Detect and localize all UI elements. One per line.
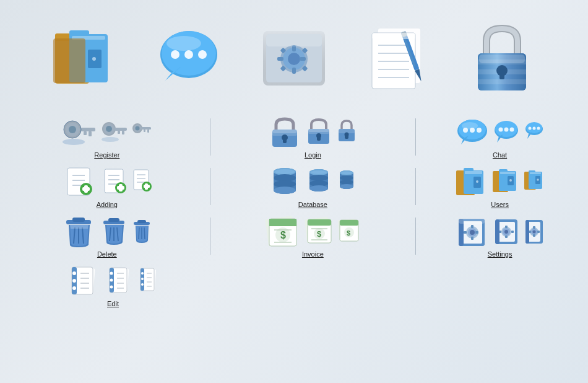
svg-rect-64 <box>122 131 124 134</box>
invoice-label[interactable]: Invoice <box>302 250 324 258</box>
row-adding-database-users: Adding <box>22 165 566 208</box>
svg-point-92 <box>477 128 482 133</box>
svg-point-272 <box>141 278 144 280</box>
svg-rect-63 <box>115 128 127 131</box>
svg-rect-65 <box>118 131 120 134</box>
svg-point-144 <box>309 185 328 192</box>
delete-label[interactable]: Delete <box>97 250 117 258</box>
svg-rect-86 <box>345 134 348 139</box>
svg-rect-70 <box>141 127 151 130</box>
trash-small-icon <box>130 217 153 245</box>
svg-rect-234 <box>495 219 499 244</box>
svg-rect-43 <box>372 33 415 39</box>
key-large-icon <box>61 115 98 149</box>
settings-label[interactable]: Settings <box>488 250 512 258</box>
svg-point-239 <box>532 231 535 234</box>
svg-line-187 <box>139 227 139 239</box>
svg-rect-113 <box>82 187 90 191</box>
users-large-icon <box>43 19 129 99</box>
trash-medium-icon <box>99 216 129 247</box>
svg-rect-181 <box>108 218 119 222</box>
svg-rect-24 <box>277 57 283 61</box>
svg-rect-224 <box>459 219 485 224</box>
svg-point-66 <box>102 137 119 142</box>
database-medium-icon <box>304 166 334 197</box>
svg-rect-243 <box>537 231 540 233</box>
key-small-icon <box>130 118 153 146</box>
svg-point-104 <box>537 127 540 130</box>
svg-rect-186 <box>137 220 146 223</box>
svg-point-10 <box>166 36 201 51</box>
login-label[interactable]: Login <box>305 151 321 159</box>
folders-small-icon <box>522 168 546 196</box>
padlock-small-icon <box>335 118 358 146</box>
svg-rect-158 <box>465 171 482 174</box>
notes-large-icon <box>355 19 441 99</box>
separator-2 <box>415 118 416 156</box>
settings-book-medium-icon <box>491 217 521 247</box>
svg-point-261 <box>110 279 113 282</box>
padlock-medium-icon <box>304 117 334 147</box>
edit-notepad-medium-icon <box>105 265 136 296</box>
register-label[interactable]: Register <box>94 151 119 159</box>
svg-point-260 <box>110 272 113 275</box>
svg-point-153 <box>341 172 352 175</box>
svg-text:$: $ <box>280 230 286 240</box>
padlock-large-icon <box>267 115 303 149</box>
svg-rect-30 <box>266 34 322 46</box>
svg-point-137 <box>275 169 295 174</box>
row-register-login-chat: Register <box>22 115 566 159</box>
svg-point-69 <box>135 126 139 130</box>
svg-rect-220 <box>471 237 473 240</box>
svg-point-13 <box>198 50 207 59</box>
svg-point-54 <box>69 126 76 133</box>
svg-point-12 <box>184 50 193 59</box>
large-icons-row <box>9 9 579 112</box>
svg-point-98 <box>509 128 514 132</box>
row-edit: Edit <box>22 264 566 307</box>
svg-rect-7 <box>53 38 85 83</box>
separator-4 <box>415 168 416 205</box>
users-label[interactable]: Users <box>491 201 509 208</box>
svg-rect-82 <box>308 129 329 132</box>
database-group: Database <box>228 165 399 208</box>
svg-point-160 <box>476 180 478 183</box>
svg-point-102 <box>528 127 531 130</box>
row-delete-invoice-settings: Delete <box>22 214 566 258</box>
svg-rect-165 <box>500 172 515 174</box>
settings-large-icon <box>251 19 337 99</box>
separator-1 <box>210 118 210 156</box>
chat-label[interactable]: Chat <box>493 151 507 159</box>
svg-rect-172 <box>530 172 541 174</box>
svg-rect-81 <box>317 136 321 141</box>
invoice-medium-icon: $ <box>303 216 335 247</box>
svg-rect-55 <box>79 128 95 131</box>
invoice-large-icon: $ <box>264 214 302 248</box>
svg-point-6 <box>92 57 96 61</box>
edit-notepad-small-icon <box>137 266 160 295</box>
svg-text:$: $ <box>347 229 350 237</box>
adding-label[interactable]: Adding <box>97 201 118 208</box>
database-large-icon <box>267 165 303 198</box>
svg-rect-76 <box>283 138 287 143</box>
svg-rect-77 <box>272 130 297 133</box>
svg-rect-222 <box>475 231 478 234</box>
svg-rect-219 <box>471 225 473 228</box>
database-label[interactable]: Database <box>298 201 327 208</box>
main-container: Register <box>0 0 588 383</box>
svg-rect-48 <box>478 79 526 84</box>
svg-rect-240 <box>533 226 535 229</box>
invoice-small-icon: $ <box>337 217 361 245</box>
notepad-add-medium-icon <box>99 166 129 197</box>
svg-rect-233 <box>511 231 514 233</box>
svg-point-96 <box>498 128 503 132</box>
edit-label[interactable]: Edit <box>107 300 119 307</box>
login-group: Login <box>228 115 399 159</box>
svg-point-250 <box>72 279 76 283</box>
svg-rect-241 <box>533 234 535 237</box>
svg-rect-129 <box>144 185 150 188</box>
svg-line-189 <box>144 227 145 239</box>
notepad-add-large-icon <box>61 165 98 198</box>
settings-group: Settings <box>433 216 566 258</box>
edit-notepad-large-icon <box>66 264 103 297</box>
